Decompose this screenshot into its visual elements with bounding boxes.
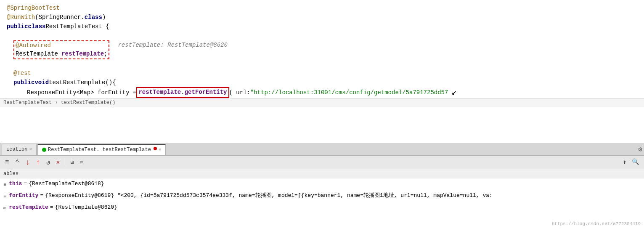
table-icon[interactable]: ⊞	[69, 158, 75, 167]
code-line-7: @Test	[0, 69, 644, 78]
var-expand-icon-resttemplate: ∞	[3, 204, 6, 212]
tabs-bar: ication × RestTemplateTest. testRestTemp…	[0, 143, 644, 156]
tab-application-close[interactable]: ×	[29, 147, 32, 152]
resttemplate-varname: restTemplate	[61, 50, 104, 57]
debug-var-forentity[interactable]: ≡ forEntity = {ResponseEntity@8619} "<20…	[0, 190, 644, 202]
keyword-public: public	[7, 22, 28, 31]
watermark: https://blog.csdn.net/a772304419	[552, 221, 641, 226]
step-into-icon[interactable]: ↓	[24, 157, 32, 167]
breadcrumb-text: RestTemplateTest › testRestTemplate()	[3, 100, 115, 106]
gear-icon[interactable]: ⚙	[638, 146, 642, 154]
url-string: "http://localhost:31001/cms/config/getmo…	[250, 88, 448, 97]
annotation-autowired: @Autowired	[16, 42, 51, 49]
tab-green-icon	[42, 148, 46, 152]
var-name-forentity: forEntity	[9, 191, 38, 200]
breadcrumb: RestTemplateTest › testRestTemplate()	[0, 98, 644, 107]
debug-panel: ables ≡ this = {RestTemplateTest@8618} ≡…	[0, 169, 644, 227]
search-small-icon[interactable]: 🔍	[630, 157, 641, 167]
var-name-resttemplate: restTemplate	[9, 203, 48, 212]
tab-application[interactable]: ication ×	[2, 144, 37, 155]
class-declaration: RestTemplateTest {	[45, 22, 109, 31]
toolbar-right: ⬆ 🔍	[621, 157, 641, 167]
tab-application-label: ication	[6, 146, 27, 152]
stop-icon[interactable]: ✕	[55, 158, 61, 167]
variables-header: ables	[0, 169, 644, 178]
code-line-8: public void testRestTemplate(){	[0, 78, 644, 87]
list-icon[interactable]: ≔	[78, 158, 85, 167]
toolbar: ≡ ⌃ ↓ ↑ ↺ ✕ ⊞ ≔ ⬆ 🔍	[0, 156, 644, 169]
response-entity-decl: ResponseEntity<Map> forEntity =	[27, 88, 136, 97]
var-expand-icon-forentity: ≡	[3, 192, 6, 201]
code-line-2: @RunWith(SpringRunner.class)	[0, 13, 644, 22]
watermark-text: https://blog.csdn.net/a772304419	[552, 221, 641, 226]
step-over-icon[interactable]: ⌃	[13, 157, 21, 168]
tab-red-dot-icon	[154, 147, 157, 150]
keyword-void: void	[34, 78, 49, 87]
code-line-9: ResponseEntity<Map> forEntity = restTemp…	[0, 87, 644, 98]
ide-window: @SpringBootTest @RunWith(SpringRunner.cl…	[0, 0, 644, 239]
debug-var-resttemplate[interactable]: ∞ restTemplate = {RestTemplate@8620}	[0, 202, 644, 214]
var-value-this: {RestTemplateTest@8618}	[29, 180, 104, 188]
var-value-resttemplate: {RestTemplate@8620}	[55, 203, 117, 212]
menu-icon[interactable]: ≡	[3, 158, 11, 167]
getforentity-solid-box: restTemplate.getForEntity	[136, 87, 229, 98]
autowired-dashed-box: @Autowired RestTemplate restTemplate;	[13, 40, 109, 59]
resttemplate-type: RestTemplate	[16, 50, 61, 57]
code-line-4	[0, 31, 644, 40]
debug-var-this[interactable]: ≡ this = {RestTemplateTest@8618}	[0, 178, 644, 190]
settings-area: ⚙	[638, 145, 642, 154]
keyword-public2: public	[13, 78, 34, 87]
code-line-5: @Autowired RestTemplate restTemplate; re…	[0, 40, 644, 59]
annotation-runwith: @RunWith	[7, 13, 35, 22]
tab-resttemplate-test[interactable]: RestTemplateTest. testRestTemplate ×	[37, 144, 166, 155]
var-value-forentity: {ResponseEntity@8619} "<200, {id=5a79172…	[45, 191, 493, 200]
code-line-6	[0, 59, 644, 69]
toolbar-divider	[65, 158, 65, 167]
annotation-springboottest: @SpringBootTest	[7, 3, 60, 13]
keyword-class: class	[85, 13, 102, 22]
code-editor[interactable]: @SpringBootTest @RunWith(SpringRunner.cl…	[0, 0, 644, 143]
tab-resttemplate-close[interactable]: ×	[159, 147, 162, 152]
method-name: testRestTemplate(){	[49, 78, 116, 87]
variables-title: ables	[3, 171, 19, 177]
keyword-class2: class	[28, 22, 45, 31]
var-name-this: this	[9, 180, 22, 188]
tab-resttemplate-label: RestTemplateTest. testRestTemplate	[48, 147, 151, 153]
restore-icon[interactable]: ⬆	[621, 157, 628, 167]
rerun-icon[interactable]: ↺	[45, 157, 52, 167]
code-line-1: @SpringBootTest	[0, 3, 644, 13]
var-expand-icon-this: ≡	[3, 181, 6, 189]
code-line-3: public class RestTemplateTest {	[0, 22, 644, 31]
mouse-cursor: ↙	[451, 88, 456, 97]
step-out-icon[interactable]: ↑	[34, 157, 42, 167]
annotation-test: @Test	[13, 69, 31, 78]
inline-value-resttemplate: restTemplate: RestTemplate@8620	[118, 40, 227, 50]
